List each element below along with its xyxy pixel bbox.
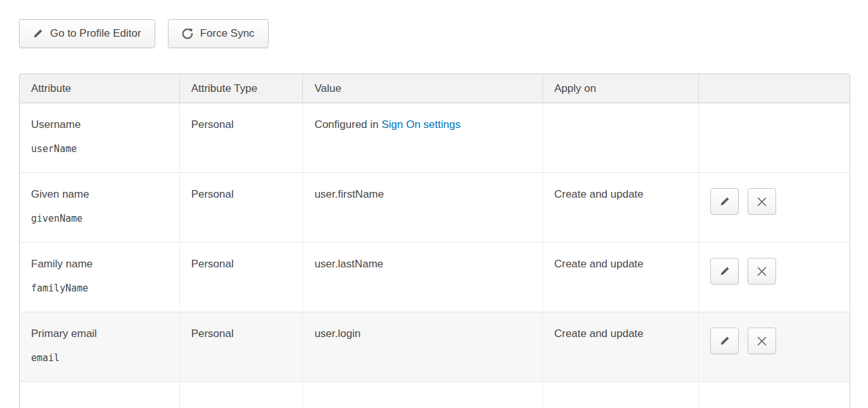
edit-mapping-button[interactable] [710, 328, 739, 354]
apply-on-text: Create and update [554, 328, 644, 340]
delete-mapping-button[interactable] [748, 328, 776, 354]
close-icon [757, 336, 767, 346]
attribute-variable: userName [31, 143, 168, 155]
delete-mapping-button[interactable] [748, 188, 776, 215]
header-attribute-type: Attribute Type [180, 74, 303, 103]
header-value: Value [303, 74, 542, 103]
attribute-variable: email [31, 352, 168, 364]
attribute-label: Username [31, 118, 168, 131]
go-to-profile-editor-label: Go to Profile Editor [50, 27, 141, 40]
header-apply-on: Apply on [543, 74, 699, 103]
table-header-row: Attribute Attribute Type Value Apply on [20, 74, 850, 103]
attribute-mappings-page: Go to Profile Editor Force Sync Attribut… [0, 0, 868, 408]
toolbar: Go to Profile Editor Force Sync [19, 19, 850, 48]
header-attribute: Attribute [20, 74, 180, 103]
attribute-mapping-table: Attribute Attribute Type Value Apply on … [19, 73, 850, 408]
attribute-label: Primary email [31, 328, 168, 340]
attribute-type: Personal [191, 258, 234, 270]
attribute-mapping-table-wrap: Attribute Attribute Type Value Apply on … [19, 73, 850, 408]
sign-on-settings-link[interactable]: Sign On settings [381, 118, 461, 131]
table-row: Username userName Personal Configured in… [20, 103, 850, 173]
attribute-type: Personal [191, 328, 234, 340]
attribute-type: Personal [191, 118, 234, 131]
attribute-variable: givenName [31, 213, 168, 224]
attribute-label: Family name [31, 258, 168, 271]
apply-on-text: Create and update [554, 188, 644, 200]
value-text: user.lastName [314, 258, 383, 270]
value-text: Configured in [314, 118, 381, 131]
close-icon [757, 267, 767, 276]
sync-icon [182, 28, 193, 39]
pencil-icon [720, 196, 730, 207]
apply-on-text: Create and update [554, 258, 644, 270]
pencil-icon [720, 266, 730, 276]
delete-mapping-button[interactable] [748, 258, 776, 284]
header-actions [699, 74, 850, 103]
value-text: user.login [314, 328, 361, 340]
pencil-icon [33, 29, 43, 39]
table-row: Primary email email Personal user.login … [20, 312, 850, 382]
pencil-icon [720, 336, 730, 346]
close-icon [757, 197, 767, 207]
edit-mapping-button[interactable] [710, 188, 739, 215]
table-row: Family name familyName Personal user.las… [20, 243, 850, 312]
table-row-partial [20, 382, 850, 408]
attribute-label: Given name [31, 188, 168, 201]
go-to-profile-editor-button[interactable]: Go to Profile Editor [19, 19, 155, 48]
table-row: Given name givenName Personal user.first… [20, 173, 850, 243]
force-sync-label: Force Sync [200, 27, 255, 40]
edit-mapping-button[interactable] [710, 258, 739, 284]
value-text: user.firstName [314, 188, 384, 200]
attribute-type: Personal [191, 188, 234, 200]
force-sync-button[interactable]: Force Sync [168, 19, 269, 48]
attribute-variable: familyName [31, 283, 168, 294]
